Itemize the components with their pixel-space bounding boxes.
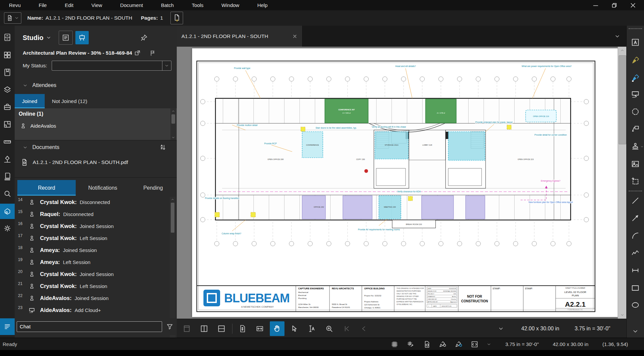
tab-overflow-chevron-icon[interactable] <box>614 33 626 39</box>
plan-annotation[interactable]: New furniture plan for Open Office area … <box>529 201 573 204</box>
pin-panel-icon[interactable] <box>137 31 151 44</box>
settings-gear-icon[interactable] <box>0 221 15 236</box>
scroll-thumb[interactable] <box>171 114 175 124</box>
record-row[interactable]: 18 Ameya: Joined Session <box>15 244 177 256</box>
single-page-view-icon[interactable] <box>179 321 194 336</box>
toolbar-drag-handle[interactable] <box>629 28 642 29</box>
tab-joined[interactable]: Joined <box>15 94 45 108</box>
document-tab[interactable]: A1.2.1 - 2ND FLOOR PLAN - SOUTH <box>177 26 302 47</box>
plan-annotation[interactable]: Column wrap finish? <box>222 232 241 235</box>
markup-sync-icon[interactable] <box>455 340 463 348</box>
grid-toggle-icon[interactable] <box>391 340 399 348</box>
menu-tools[interactable]: Tools <box>183 2 212 8</box>
session-settings-icon[interactable] <box>147 48 158 58</box>
plan-annotation[interactable]: Stair doors to be fire rated assemblies,… <box>315 127 357 129</box>
scroll-up-icon[interactable] <box>170 108 176 114</box>
record-row[interactable]: 21 Crystal Kwok: Left Session <box>15 280 177 292</box>
scroll-down-icon[interactable] <box>618 311 626 319</box>
record-row[interactable]: 20 Crystal Kwok: Joined Session <box>15 268 177 280</box>
sets-icon[interactable] <box>0 169 15 184</box>
chevron-down-icon[interactable] <box>487 342 491 347</box>
dimension-tool-icon[interactable] <box>630 265 641 276</box>
attendees-header[interactable]: Attendees <box>23 82 56 88</box>
filter-funnel-icon[interactable] <box>166 323 173 330</box>
tab-notifications[interactable]: Notifications <box>76 180 130 196</box>
select-tool-icon[interactable] <box>287 321 302 336</box>
cloud-tool-icon[interactable] <box>630 106 641 117</box>
plan-annotation[interactable]: Provide AV requirements for meeting room… <box>358 228 400 231</box>
zoom-tool-icon[interactable] <box>322 321 337 336</box>
restore-icon[interactable] <box>611 2 618 9</box>
markup-list-button[interactable] <box>59 31 73 45</box>
first-page-icon[interactable] <box>339 321 354 336</box>
session-board-button[interactable] <box>75 31 89 44</box>
record-row[interactable]: 14 Crystal Kwok: Disconnected <box>15 196 177 208</box>
snap-to-grid-icon[interactable] <box>407 340 415 348</box>
chevron-down-icon[interactable] <box>162 61 171 70</box>
tab-not-joined[interactable]: Not Joined (12) <box>45 94 95 108</box>
close-tab-icon[interactable] <box>292 34 297 39</box>
plan-annotation[interactable]: Provide wall type <box>234 67 250 70</box>
measurements-icon[interactable] <box>0 134 15 149</box>
scroll-down-icon[interactable] <box>170 135 176 140</box>
split-horizontal-icon[interactable] <box>214 321 229 336</box>
split-vertical-icon[interactable] <box>197 321 211 336</box>
scrollbar[interactable] <box>170 108 176 140</box>
pen-tool-icon[interactable] <box>630 72 641 84</box>
scroll-thumb[interactable] <box>171 203 174 233</box>
tab-pending[interactable]: Pending <box>130 180 176 196</box>
file-access-icon[interactable] <box>0 30 15 45</box>
my-status-dropdown[interactable] <box>52 61 171 71</box>
record-row[interactable]: 19 Ameya: Left Session <box>15 256 177 268</box>
record-row[interactable]: 23 AideAvalos: Add Cloud+ <box>15 304 177 316</box>
record-row[interactable]: 22 AideAvalos: Joined Session <box>15 292 177 304</box>
plan-annotation[interactable]: Verify all ducting will fit in this chas… <box>372 126 406 128</box>
bookmarks-icon[interactable] <box>0 65 15 80</box>
scroll-up-icon[interactable] <box>618 47 626 54</box>
snapshot-tool-icon[interactable] <box>630 176 641 187</box>
close-icon[interactable] <box>629 2 637 9</box>
tool-chest-icon[interactable] <box>0 100 15 114</box>
search-icon[interactable] <box>0 186 15 201</box>
scroll-up-icon[interactable] <box>170 197 175 202</box>
studio-panel-icon[interactable] <box>0 204 15 219</box>
tab-record[interactable]: Record <box>17 180 76 196</box>
fit-width-icon[interactable] <box>252 321 267 336</box>
markup-restore-icon[interactable] <box>439 340 447 348</box>
spaces-icon[interactable] <box>0 117 15 132</box>
stamp-tool-icon[interactable] <box>630 141 641 152</box>
record-row[interactable]: 16 Crystal Kwok: Joined Session <box>15 220 177 232</box>
plan-annotation[interactable]: Head and sill details? <box>395 65 416 67</box>
scroll-thumb[interactable] <box>619 55 626 144</box>
plan-annotation[interactable]: Emergency Egress? <box>541 180 561 182</box>
record-row[interactable]: 17 Crystal Kwok: Left Session <box>15 232 177 244</box>
plan-annotation[interactable]: Provide detail for corner condition <box>535 134 567 136</box>
image-tool-icon[interactable] <box>630 158 641 170</box>
plan-annotation[interactable]: Provide details on flooring transition <box>205 197 239 200</box>
chevron-down-icon[interactable] <box>46 35 51 40</box>
session-document-item[interactable]: A1.2.1 - 2ND FLOOR PLAN - SOUTH.pdf <box>21 158 128 166</box>
pan-hand-tool[interactable] <box>270 321 284 336</box>
menu-document[interactable]: Document <box>111 2 152 8</box>
menu-window[interactable]: Window <box>212 2 248 8</box>
chat-list-icon[interactable] <box>0 318 15 335</box>
menu-help[interactable]: Help <box>248 2 276 8</box>
arc-tool-icon[interactable] <box>630 230 641 241</box>
toolbar-overflow-chevron-icon[interactable] <box>630 326 641 337</box>
menu-edit[interactable]: Edit <box>56 2 82 8</box>
previous-page-icon[interactable] <box>357 321 371 336</box>
select-text-icon[interactable] <box>304 321 319 336</box>
fit-page-icon[interactable] <box>235 321 250 336</box>
plan-annotation[interactable]: Verify clearance for ADA <box>397 190 421 193</box>
plan-annotation[interactable]: Provide mullion detail <box>237 124 257 126</box>
scrollbar[interactable] <box>618 47 626 319</box>
layers-icon[interactable] <box>0 82 15 97</box>
ellipse-tool-icon[interactable] <box>630 299 641 311</box>
plan-annotation[interactable]: What are power requirements for Open Off… <box>522 65 572 68</box>
thumbnails-icon[interactable] <box>0 48 15 62</box>
chat-input[interactable] <box>17 321 162 332</box>
new-page-button[interactable] <box>170 12 183 24</box>
minimize-icon[interactable] <box>592 2 599 9</box>
menu-batch[interactable]: Batch <box>152 2 183 8</box>
documents-header[interactable]: Documents <box>23 144 59 150</box>
